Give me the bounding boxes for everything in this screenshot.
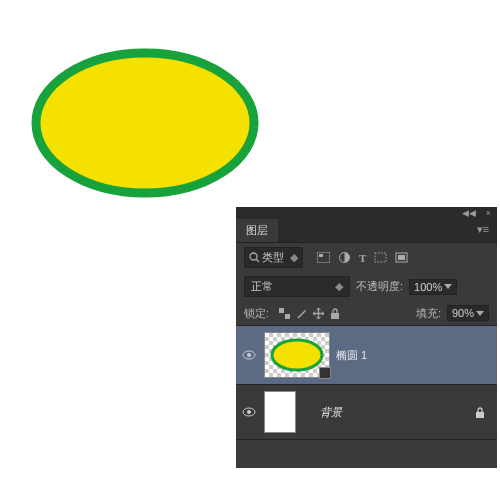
- blend-row: 正常 ◆ 不透明度: 100%: [236, 272, 497, 301]
- visibility-toggle[interactable]: [240, 350, 258, 360]
- filter-row: 类型 ◆ T: [236, 243, 497, 272]
- collapse-icon[interactable]: ◀◀: [462, 208, 476, 218]
- filter-adjust-icon[interactable]: [338, 252, 351, 263]
- svg-rect-6: [375, 253, 386, 262]
- filter-smart-icon[interactable]: [395, 252, 408, 263]
- lock-all-icon[interactable]: [330, 308, 340, 319]
- ellipse-thumb-icon: [269, 337, 325, 373]
- svg-rect-12: [331, 313, 339, 319]
- blend-mode-select[interactable]: 正常 ◆: [244, 276, 350, 297]
- lock-position-icon[interactable]: [313, 308, 324, 319]
- tab-layers[interactable]: 图层: [236, 219, 278, 242]
- visibility-toggle[interactable]: [240, 407, 258, 417]
- svg-rect-11: [285, 314, 290, 319]
- layer-row[interactable]: 椭圆 1: [236, 326, 497, 384]
- svg-point-15: [272, 340, 322, 370]
- svg-rect-8: [398, 255, 405, 260]
- layer-name[interactable]: 椭圆 1: [336, 348, 367, 363]
- svg-rect-3: [317, 252, 330, 263]
- layer-row[interactable]: 背景: [236, 385, 497, 439]
- close-icon[interactable]: ×: [486, 208, 491, 218]
- filter-text-icon[interactable]: T: [359, 252, 366, 264]
- lock-row: 锁定: 填充: 90%: [236, 301, 497, 325]
- filter-kind-label: 类型: [262, 250, 284, 265]
- ellipse-shape: [30, 45, 260, 205]
- layer-name[interactable]: 背景: [320, 405, 342, 420]
- layer-thumbnail[interactable]: [264, 332, 330, 378]
- fill-value: 90%: [452, 307, 474, 319]
- lock-pixels-icon[interactable]: [296, 308, 307, 319]
- svg-point-17: [247, 410, 251, 414]
- lock-label: 锁定:: [244, 306, 269, 321]
- chevron-down-icon: [476, 311, 484, 316]
- fill-label: 填充:: [416, 306, 441, 321]
- svg-point-14: [247, 353, 251, 357]
- eye-icon: [242, 407, 256, 417]
- eye-icon: [242, 350, 256, 360]
- canvas-area: [30, 45, 260, 209]
- svg-rect-4: [319, 254, 323, 257]
- panel-menu-icon[interactable]: ▾≡: [469, 219, 497, 242]
- layer-list: 椭圆 1 背景: [236, 325, 497, 468]
- svg-line-2: [256, 259, 259, 262]
- svg-point-1: [250, 253, 257, 260]
- panel-titlebar[interactable]: ◀◀ ×: [236, 207, 497, 219]
- filter-kind-select[interactable]: 类型 ◆: [244, 247, 303, 268]
- layer-thumbnail[interactable]: [264, 391, 296, 433]
- chevron-down-icon: [444, 284, 452, 289]
- shape-badge-icon: [319, 367, 331, 379]
- opacity-value: 100%: [414, 281, 442, 293]
- opacity-input[interactable]: 100%: [409, 279, 457, 295]
- lock-icon: [475, 407, 485, 418]
- fill-input[interactable]: 90%: [447, 305, 489, 321]
- layers-panel: ◀◀ × 图层 ▾≡ 类型 ◆ T 正常 ◆ 不透明度: 100% 锁: [236, 207, 497, 468]
- lock-transparency-icon[interactable]: [279, 308, 290, 319]
- blend-mode-value: 正常: [251, 279, 273, 294]
- svg-rect-18: [476, 412, 484, 418]
- panel-tabs: 图层 ▾≡: [236, 219, 497, 243]
- svg-rect-10: [279, 308, 284, 313]
- opacity-label: 不透明度:: [356, 279, 403, 294]
- filter-pixel-icon[interactable]: [317, 252, 330, 263]
- filter-icons: T: [317, 252, 408, 264]
- svg-point-0: [36, 53, 254, 193]
- search-icon: [249, 252, 260, 263]
- filter-shape-icon[interactable]: [374, 252, 387, 263]
